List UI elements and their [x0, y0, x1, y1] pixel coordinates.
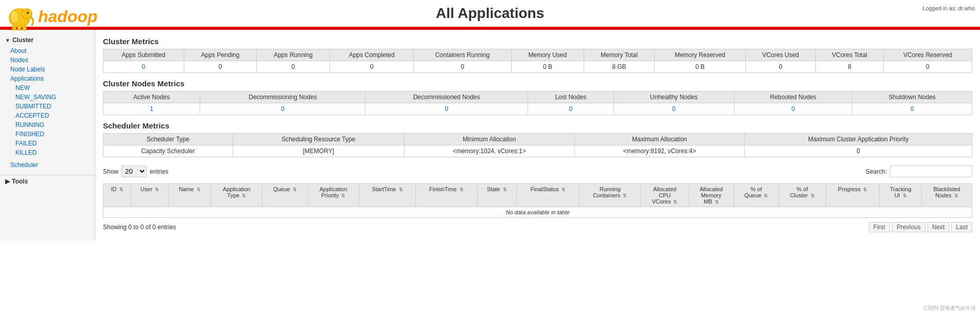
nodes-metrics-td: 0 [200, 103, 365, 115]
nodes-metrics-td: 0 [528, 103, 614, 115]
search-area: Search: [866, 165, 972, 177]
scheduler-metrics-table: Scheduler TypeScheduling Resource TypeMi… [103, 133, 972, 157]
sidebar-cluster-toggle[interactable]: ▼ Cluster [0, 34, 95, 46]
cluster-metrics-th: Apps Pending [184, 49, 256, 61]
cluster-metrics-th: Containers Running [414, 49, 512, 61]
cluster-metric-link[interactable]: 0 [142, 63, 146, 70]
scheduler-metrics-th: Scheduling Resource Type [233, 134, 404, 145]
sidebar-item-new-saving[interactable]: NEW_SAVING [0, 93, 95, 102]
nodes-metric-link[interactable]: 0 [911, 105, 914, 113]
nodes-metric-link[interactable]: 0 [672, 105, 676, 113]
sort-icon: ⇅ [293, 187, 297, 192]
sidebar-item-failed[interactable]: FAILED [0, 139, 95, 148]
app-table-th: FinishTime ⇅ [416, 184, 477, 207]
nodes-metric-link[interactable]: 0 [445, 105, 448, 113]
cluster-metrics-th: Memory Reserved [654, 49, 745, 61]
sidebar-item-nodes[interactable]: Nodes [0, 56, 95, 65]
nodes-metrics-header-row: Active NodesDecommissioning NodesDecommi… [103, 91, 972, 103]
sort-icon: ⇅ [954, 193, 958, 198]
show-label: Show [103, 168, 118, 175]
entries-label: entries [150, 168, 168, 175]
sort-icon: ⇅ [764, 193, 768, 198]
cluster-metrics-th: VCores Used [746, 49, 816, 61]
app-table-th: FinalStatus ⇅ [517, 184, 580, 207]
scheduler-metrics-value-row: Capacity Scheduler[MEMORY]<memory:1024, … [103, 145, 972, 157]
app-table-th: AllocatedMemoryMB ⇅ [689, 184, 733, 207]
cluster-metrics-title: Cluster Metrics [103, 37, 972, 46]
cluster-metrics-th: Memory Used [511, 49, 584, 61]
sidebar-item-submitted[interactable]: SUBMITTED [0, 102, 95, 111]
app-table-th: TrackingUI ⇅ [880, 184, 921, 207]
main-content: Cluster Metrics Apps SubmittedApps Pendi… [95, 30, 980, 241]
svg-rect-5 [18, 25, 21, 30]
scheduler-metrics-td: [MEMORY] [233, 145, 404, 157]
nodes-metrics-td: 1 [103, 103, 200, 115]
sort-icon: ⇅ [197, 187, 201, 192]
sidebar-item-running[interactable]: RUNNING [0, 120, 95, 130]
nodes-metrics-th: Shutdown Nodes [852, 91, 972, 103]
cluster-metrics-header-row: Apps SubmittedApps PendingApps RunningAp… [103, 49, 972, 61]
nodes-metrics-th: Decommissioned Nodes [365, 91, 528, 103]
scheduler-metrics-th: Maximum Cluster Application Priority [745, 134, 972, 145]
sort-icon: ⇅ [341, 193, 345, 198]
app-table-th: ID ⇅ [103, 184, 131, 207]
cluster-metrics-td: 0 [330, 61, 414, 73]
app-table-th: Progress ⇅ [826, 184, 880, 207]
show-entries: Show 10202550100 entries [103, 165, 168, 177]
app-table-th: % ofCluster ⇅ [779, 184, 826, 207]
hadoop-logo [5, 3, 36, 31]
nodes-metric-link[interactable]: 0 [792, 105, 795, 113]
nodes-metrics-td: 0 [852, 103, 972, 115]
svg-point-3 [10, 11, 19, 23]
cluster-metrics-td: 0 [883, 61, 972, 73]
app-table-header-row: ID ⇅User ⇅Name ⇅ApplicationType ⇅Queue ⇅… [103, 184, 972, 207]
app-table-th: ApplicationPriority ⇅ [308, 184, 359, 207]
app-table-th: State ⇅ [477, 184, 517, 207]
sidebar-tools-toggle[interactable]: ▶ Tools [0, 175, 95, 188]
cluster-metrics-td: 8 [816, 61, 884, 73]
pagination-btn-last[interactable]: Last [951, 222, 972, 232]
sort-icon: ⇅ [562, 187, 566, 192]
cluster-nodes-metrics-table: Active NodesDecommissioning NodesDecommi… [103, 91, 972, 115]
sidebar-item-about[interactable]: About [0, 46, 95, 56]
scheduler-metrics-th: Scheduler Type [103, 134, 233, 145]
sidebar-item-finished[interactable]: FINISHED [0, 130, 95, 139]
nodes-metrics-th: Active Nodes [103, 91, 200, 103]
nodes-metrics-th: Decommissioning Nodes [200, 91, 365, 103]
sidebar-item-new[interactable]: NEW [0, 83, 95, 93]
pagination-btn-previous[interactable]: Previous [892, 222, 925, 232]
nodes-metrics-th: Rebooted Nodes [734, 91, 852, 103]
nodes-metric-link[interactable]: 1 [150, 105, 153, 113]
sort-icon: ⇅ [903, 193, 907, 198]
pagination-btn-next[interactable]: Next [927, 222, 950, 232]
sort-icon: ⇅ [715, 199, 719, 205]
nodes-metrics-td: 0 [734, 103, 852, 115]
app-table-th: Name ⇅ [168, 184, 211, 207]
cluster-metrics-td: 0 B [654, 61, 745, 73]
app-table-th: BlacklistedNodes ⇅ [921, 184, 972, 207]
sort-icon: ⇅ [119, 187, 124, 192]
sidebar-item-accepted[interactable]: ACCEPTED [0, 111, 95, 120]
scheduler-metrics-title: Scheduler Metrics [103, 121, 972, 130]
entries-select[interactable]: 10202550100 [121, 165, 147, 177]
sidebar-item-applications[interactable]: Applications [0, 74, 95, 83]
sidebar-item-scheduler[interactable]: Scheduler [0, 160, 95, 170]
search-input[interactable] [890, 165, 972, 177]
sidebar-item-killed[interactable]: KILLED [0, 148, 95, 157]
cluster-metrics-td: 0 B [511, 61, 584, 73]
logo-area: hadoop [5, 3, 98, 31]
cluster-metrics-th: Memory Total [584, 49, 655, 61]
sort-icon: ⇅ [863, 187, 867, 192]
app-table-th: StartTime ⇅ [359, 184, 416, 207]
scheduler-metrics-td: <memory:8192, vCores:4> [574, 145, 745, 157]
search-label: Search: [866, 168, 887, 175]
nodes-metrics-td: 0 [614, 103, 734, 115]
nodes-metric-link[interactable]: 0 [281, 105, 285, 113]
tools-arrow-icon: ▶ [5, 178, 10, 185]
sidebar-item-node-labels[interactable]: Node Labels [0, 65, 95, 74]
nodes-metric-link[interactable]: 0 [569, 105, 572, 113]
sort-icon: ⇅ [155, 187, 159, 192]
scheduler-metrics-th: Maximum Allocation [574, 134, 745, 145]
cluster-nodes-metrics-title: Cluster Nodes Metrics [103, 79, 972, 88]
pagination-btn-first[interactable]: First [869, 222, 890, 232]
